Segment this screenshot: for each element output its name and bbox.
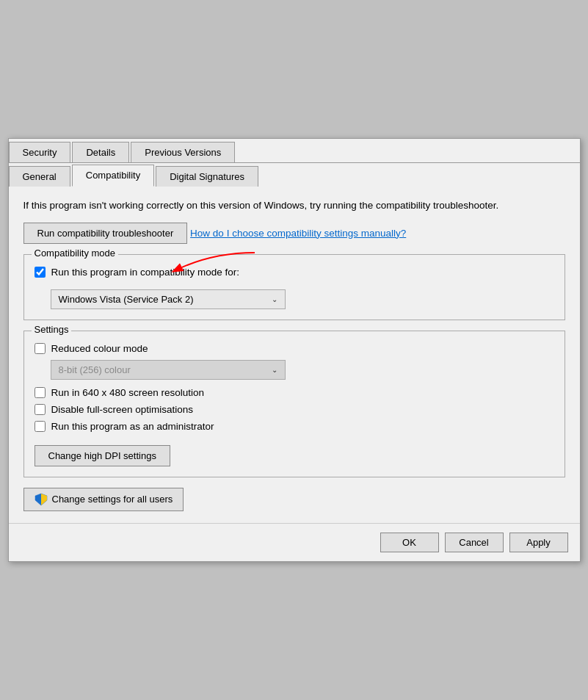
arrow-annotation: Run this program in compatibility mode f…	[35, 262, 554, 284]
change-users-label: Change settings for all users	[52, 494, 173, 505]
reduced-colour-row: Reduced colour mode	[35, 343, 554, 354]
chevron-down-icon-2: ⌄	[272, 366, 277, 374]
fullscreen-row: Disable full-screen optimisations	[35, 404, 554, 415]
manual-settings-link[interactable]: How do I choose compatibility settings m…	[190, 228, 406, 239]
resolution-row: Run in 640 x 480 screen resolution	[35, 387, 554, 398]
compatibility-mode-group: Compatibility mode Run this program in c…	[23, 254, 565, 320]
admin-label: Run this program as an administrator	[51, 421, 214, 432]
fullscreen-label: Disable full-screen optimisations	[51, 404, 194, 415]
high-dpi-button[interactable]: Change high DPI settings	[35, 445, 170, 466]
resolution-checkbox[interactable]	[35, 387, 46, 398]
admin-checkbox[interactable]	[35, 421, 46, 432]
dialog-window: Security Details Previous Versions Gener…	[8, 138, 581, 561]
reduced-colour-label: Reduced colour mode	[51, 343, 148, 354]
tab-general[interactable]: General	[9, 166, 70, 187]
reduced-colour-checkbox[interactable]	[35, 343, 46, 354]
tab-compatibility[interactable]: Compatibility	[72, 165, 154, 187]
compatibility-mode-checkbox[interactable]	[35, 267, 46, 278]
tab-row-1: Security Details Previous Versions	[9, 139, 580, 163]
compatibility-os-value: Windows Vista (Service Pack 2)	[59, 294, 194, 305]
compatibility-os-dropdown[interactable]: Windows Vista (Service Pack 2) ⌄	[51, 289, 286, 309]
footer: OK Cancel Apply	[9, 523, 580, 561]
apply-button[interactable]: Apply	[509, 533, 568, 552]
change-users-button[interactable]: Change settings for all users	[23, 488, 184, 511]
tab-details[interactable]: Details	[72, 142, 129, 162]
settings-group: Settings Reduced colour mode 8-bit (256)…	[23, 331, 565, 477]
admin-row: Run this program as an administrator	[35, 421, 554, 432]
compatibility-mode-label: Compatibility mode	[32, 248, 119, 259]
tab-security[interactable]: Security	[9, 142, 71, 162]
fullscreen-checkbox[interactable]	[35, 404, 46, 415]
colour-depth-value: 8-bit (256) colour	[59, 364, 131, 375]
resolution-label: Run in 640 x 480 screen resolution	[51, 387, 205, 398]
run-troubleshooter-button[interactable]: Run compatibility troubleshooter	[23, 223, 188, 244]
chevron-down-icon: ⌄	[272, 295, 277, 303]
description-text: If this program isn't working correctly …	[23, 198, 565, 213]
shield-uac-icon	[35, 493, 48, 506]
tab-previous-versions[interactable]: Previous Versions	[131, 142, 235, 162]
tab-digital-signatures[interactable]: Digital Signatures	[156, 166, 258, 187]
settings-group-label: Settings	[32, 324, 72, 335]
cancel-button[interactable]: Cancel	[445, 533, 504, 552]
red-arrow-icon	[167, 249, 262, 278]
tab-row-2: General Compatibility Digital Signatures	[9, 163, 580, 187]
tab-rows: Security Details Previous Versions Gener…	[9, 139, 580, 187]
ok-button[interactable]: OK	[380, 533, 439, 552]
content-area: If this program isn't working correctly …	[9, 187, 580, 522]
colour-depth-dropdown[interactable]: 8-bit (256) colour ⌄	[51, 360, 286, 380]
